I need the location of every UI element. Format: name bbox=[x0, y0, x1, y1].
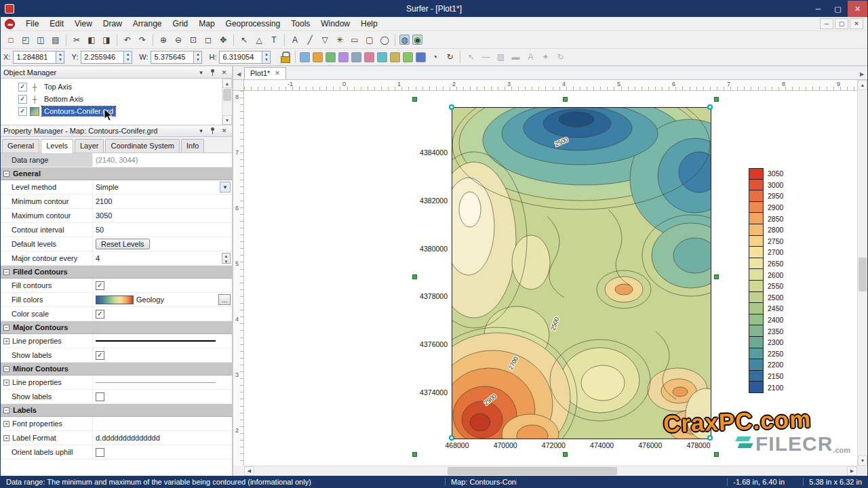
pin-icon[interactable] bbox=[208, 126, 218, 136]
selection-handle-sw[interactable] bbox=[412, 452, 417, 457]
chevron-down-icon[interactable]: ▾ bbox=[196, 68, 206, 77]
selection-handle-w[interactable] bbox=[412, 274, 417, 279]
prop-row-level-method[interactable]: Level method Simple ▼ bbox=[1, 180, 232, 195]
ellipse-icon[interactable]: ◯ bbox=[378, 33, 391, 47]
tree-item[interactable]: ✓Contours-Conifer.grd bbox=[18, 105, 232, 117]
visibility-checkbox[interactable]: ✓ bbox=[18, 95, 27, 104]
print-icon[interactable]: ▤ bbox=[49, 33, 62, 47]
spinner[interactable]: ▲▼ bbox=[222, 253, 231, 264]
prop-row-fill-contours[interactable]: Fill contours ✓ bbox=[1, 279, 232, 293]
scroll-thumb[interactable] bbox=[859, 258, 867, 291]
pan-icon[interactable]: ✥ bbox=[216, 33, 230, 47]
new-post-map-icon[interactable] bbox=[326, 52, 336, 62]
label-format-value[interactable]: d.dddddddddddddd bbox=[96, 434, 160, 442]
scroll-right-icon[interactable]: ▶ bbox=[847, 466, 857, 476]
checkbox[interactable] bbox=[96, 448, 104, 457]
section-general[interactable]: − General bbox=[1, 167, 232, 180]
new-contour-map-icon[interactable] bbox=[300, 52, 310, 62]
scroll-thumb[interactable] bbox=[448, 467, 617, 475]
collapse-icon[interactable]: − bbox=[3, 325, 9, 331]
menu-geoprocessing[interactable]: Geoprocessing bbox=[220, 17, 286, 30]
horizontal-scrollbar[interactable]: ◀ ▶ bbox=[244, 466, 857, 476]
section-minor-contours[interactable]: − Minor Contours bbox=[1, 363, 232, 375]
menu-tools[interactable]: Tools bbox=[285, 17, 315, 30]
menu-window[interactable]: Window bbox=[315, 17, 355, 30]
tree-item[interactable]: ✓Bottom Axis bbox=[18, 93, 232, 105]
grid-node-editor-icon[interactable] bbox=[390, 52, 400, 62]
prop-row-minimum-contour[interactable]: Minimum contour 2100 bbox=[1, 195, 232, 209]
open-file-icon[interactable]: ◰ bbox=[19, 33, 33, 47]
close-panel-icon[interactable]: ✕ bbox=[219, 126, 229, 136]
minimize-button[interactable]: ─ bbox=[808, 1, 828, 17]
collapse-icon[interactable]: − bbox=[3, 407, 9, 413]
color-scale-legend[interactable]: 3050300029502900285028002750270026502600… bbox=[749, 168, 783, 393]
menu-grid[interactable]: Grid bbox=[167, 17, 194, 30]
tab-scroll-left-icon[interactable]: ◀ bbox=[233, 68, 244, 79]
coord-field-input[interactable]: 6.319054 bbox=[219, 51, 262, 64]
tab-info[interactable]: Info bbox=[181, 139, 204, 152]
scroll-up-icon[interactable]: ▲ bbox=[858, 80, 867, 90]
copy-icon[interactable]: ◧ bbox=[85, 33, 98, 47]
colormap-swatch[interactable] bbox=[96, 296, 134, 304]
map-corner-marker[interactable] bbox=[449, 104, 454, 110]
prop-row-default-levels[interactable]: Default levels Reset Levels bbox=[1, 237, 232, 251]
prop-row-data-range[interactable]: Data range (2140, 3044) bbox=[1, 153, 232, 167]
contour-map[interactable]: 2500 2500 2700 2900 bbox=[452, 107, 711, 439]
tab-layer[interactable]: Layer bbox=[75, 139, 104, 152]
collapse-icon[interactable]: − bbox=[3, 269, 9, 275]
visibility-checkbox[interactable]: ✓ bbox=[18, 107, 27, 116]
section-filled-contours[interactable]: − Filled Contours bbox=[1, 266, 232, 279]
map-corner-marker[interactable] bbox=[707, 104, 713, 110]
section-major-contours[interactable]: − Major Contours bbox=[1, 321, 232, 334]
chevron-down-icon[interactable]: ▼ bbox=[220, 182, 231, 192]
section-labels[interactable]: − Labels bbox=[1, 404, 232, 417]
save-icon[interactable]: ◫ bbox=[34, 33, 47, 47]
vertical-scrollbar[interactable]: ▲ ▼ bbox=[857, 80, 867, 466]
tab-plot1[interactable]: Plot1* ✕ bbox=[244, 67, 286, 79]
lock-icon[interactable] bbox=[278, 50, 292, 64]
zoom-in-icon[interactable]: ⊕ bbox=[157, 33, 170, 47]
tab-coordinate-system[interactable]: Coordinate System bbox=[105, 139, 180, 152]
ellipsis-button[interactable]: ... bbox=[218, 294, 231, 305]
expand-icon[interactable]: + bbox=[3, 380, 9, 386]
selection-handle-ne[interactable] bbox=[714, 97, 719, 102]
new-document-icon[interactable]: □ bbox=[4, 33, 18, 47]
line-preview[interactable] bbox=[96, 340, 216, 342]
new-vector-map-icon[interactable] bbox=[364, 52, 374, 62]
prop-row-major-show-labels[interactable]: Show labels ✓ bbox=[1, 348, 232, 363]
mdi-restore-button[interactable]: ▢ bbox=[835, 18, 848, 29]
chevron-down-icon[interactable]: ▾ bbox=[196, 126, 206, 136]
tab-scroll-right-icon[interactable]: ▶ bbox=[856, 68, 867, 79]
redo-icon[interactable]: ↷ bbox=[136, 33, 149, 47]
scroll-thumb[interactable] bbox=[223, 89, 231, 101]
restore-button[interactable]: ▢ bbox=[828, 1, 848, 17]
menu-map[interactable]: Map bbox=[193, 17, 220, 30]
visibility-checkbox[interactable]: ✓ bbox=[18, 83, 27, 92]
tab-close-icon[interactable]: ✕ bbox=[275, 70, 280, 77]
surfer-logo-icon[interactable] bbox=[5, 19, 15, 29]
prop-row-maximum-contour[interactable]: Maximum contour 3050 bbox=[1, 209, 232, 223]
spinner[interactable]: ▲▼ bbox=[124, 51, 132, 64]
checkbox[interactable]: ✓ bbox=[96, 281, 104, 290]
reshape-icon[interactable]: △ bbox=[252, 33, 266, 47]
new-wireframe-icon[interactable] bbox=[351, 52, 361, 62]
coord-field-input[interactable]: 1.284881 bbox=[13, 51, 56, 64]
prop-row-orient-labels-uphill[interactable]: Orient labels uphill bbox=[1, 445, 232, 460]
collapse-icon[interactable]: − bbox=[3, 366, 9, 372]
label-icon[interactable]: T bbox=[267, 33, 281, 47]
selection-handle-s[interactable] bbox=[563, 452, 568, 457]
checkbox[interactable] bbox=[96, 392, 104, 401]
prop-row-minor-line-properties[interactable]: + Line properties bbox=[1, 375, 232, 390]
add-map-layer-icon[interactable] bbox=[403, 52, 413, 62]
prop-row-minor-show-labels[interactable]: Show labels bbox=[1, 390, 232, 404]
menu-help[interactable]: Help bbox=[355, 17, 383, 30]
rounded-rectangle-icon[interactable]: ▢ bbox=[363, 33, 376, 47]
select-icon[interactable]: ↖ bbox=[237, 33, 251, 47]
selection-handle-nw[interactable] bbox=[412, 97, 417, 102]
prop-row-fill-colors[interactable]: Fill colors Geology ... bbox=[1, 293, 232, 307]
plot-canvas[interactable]: 2500 2500 2700 2900 43840004382000438000… bbox=[244, 91, 857, 466]
prop-row-major-contour-every[interactable]: Major contour every 4 ▲▼ bbox=[1, 251, 232, 266]
coord-field-input[interactable]: 2.255946 bbox=[81, 51, 124, 64]
trackball-icon[interactable]: ◔ bbox=[428, 50, 441, 64]
collapse-icon[interactable]: − bbox=[3, 171, 9, 177]
